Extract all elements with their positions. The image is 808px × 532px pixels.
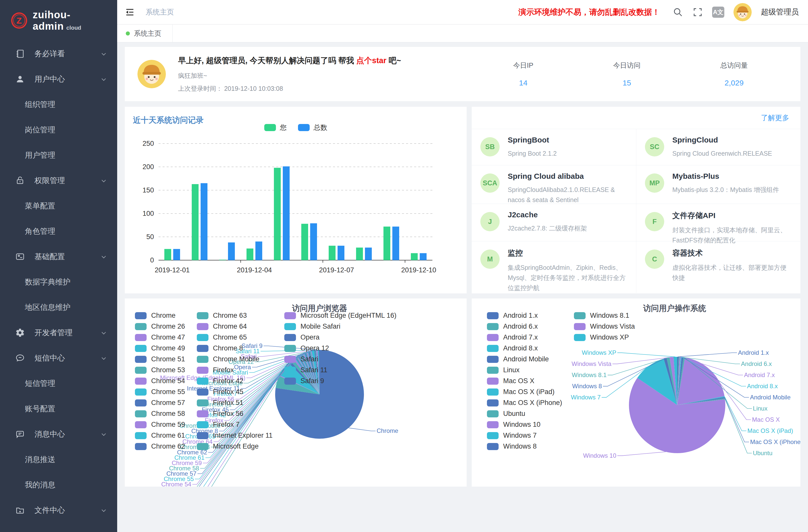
legend-item[interactable]: Chrome 62 [135, 441, 185, 452]
legend-item[interactable]: Windows 7 [487, 430, 562, 441]
legend-item[interactable]: Microsoft Edge [197, 441, 273, 452]
legend-item[interactable]: Ubuntu [487, 408, 562, 419]
legend-item[interactable]: 总数 [298, 123, 327, 132]
legend-item[interactable]: Chrome 53 [135, 365, 185, 375]
sidebar-item-label: 开发者管理 [35, 328, 100, 338]
legend-item[interactable]: Mac OS X (iPad) [487, 386, 562, 397]
sidebar-subitem[interactable]: 数据字典维护 [0, 269, 117, 295]
legend-item[interactable]: Chrome Mobile [197, 354, 273, 365]
legend-item[interactable]: Android 1.x [487, 310, 562, 321]
legend-item[interactable]: Windows Vista [574, 321, 635, 332]
legend-item[interactable]: Firefox 51 [197, 397, 273, 408]
svg-text:2019-12-10: 2019-12-10 [401, 266, 436, 274]
legend-item[interactable]: Opera 12 [284, 343, 397, 354]
legend-item[interactable]: Linux [487, 365, 562, 375]
star-link[interactable]: 点个star [356, 56, 386, 65]
current-user-name[interactable]: 超级管理员 [761, 7, 799, 17]
legend-item[interactable]: Windows 8 [487, 441, 562, 452]
sidebar-item[interactable]: 权限管理 [0, 168, 117, 193]
legend-swatch [135, 345, 147, 352]
legend-item[interactable]: Firefox 42 [197, 375, 273, 386]
legend-item[interactable]: Android 6.x [487, 321, 562, 332]
legend-item[interactable]: Chrome 57 [135, 397, 185, 408]
last-login-time: 上次登录时间： 2019-12-10 10:03:08 [178, 85, 401, 93]
sidebar-item[interactable]: 务必详看 [0, 41, 117, 67]
legend-item[interactable]: Chrome 63 [197, 310, 273, 321]
sidebar-subitem[interactable]: 菜单配置 [0, 193, 117, 219]
legend-swatch [284, 356, 296, 363]
legend-item[interactable]: Firefox 45 [197, 386, 273, 397]
legend-item[interactable]: Chrome 26 [135, 321, 185, 332]
svg-text:2019-12-01: 2019-12-01 [155, 266, 190, 274]
legend-item[interactable]: Chrome 8 [197, 343, 273, 354]
sidebar-item[interactable]: 消息中心 [0, 421, 117, 447]
legend-item[interactable]: Chrome 64 [197, 321, 273, 332]
legend-label: Firefox 51 [213, 399, 243, 407]
legend-item[interactable]: Firefox 7 [197, 419, 273, 430]
legend-item[interactable]: Chrome 49 [135, 343, 185, 354]
tech-card-desc: 虚拟化容器技术，让迁移、部署更加方便快捷 [672, 262, 792, 283]
sidebar-subitem[interactable]: 消息推送 [0, 447, 117, 472]
legend-item[interactable]: Windows 8.1 [574, 310, 635, 321]
legend-swatch [487, 345, 499, 352]
learn-more-link[interactable]: 了解更多 [761, 113, 789, 123]
tech-card-badge: MP [645, 173, 664, 193]
legend-item[interactable]: Android 8.x [487, 343, 562, 354]
sidebar-subitem[interactable]: 我的消息 [0, 472, 117, 497]
legend-item[interactable]: Windows XP [574, 332, 635, 343]
legend-item[interactable]: Chrome 47 [135, 332, 185, 343]
legend-item[interactable]: Chrome 58 [135, 408, 185, 419]
legend-label: Android 7.x [503, 333, 538, 341]
search-icon[interactable] [673, 7, 683, 18]
font-size-icon[interactable]: A文 [712, 6, 724, 18]
legend-item[interactable]: Internet Explorer 11 [197, 430, 273, 441]
sidebar-item[interactable]: 短信中心 [0, 345, 117, 371]
legend-item[interactable]: Chrome 61 [135, 430, 185, 441]
sidebar-subitem[interactable]: 账号配置 [0, 396, 117, 421]
legend-item[interactable]: Chrome 51 [135, 354, 185, 365]
collapse-sidebar-icon[interactable] [125, 7, 135, 17]
legend-item[interactable]: Android 7.x [487, 332, 562, 343]
legend-swatch [197, 312, 208, 319]
sidebar-subitem[interactable]: 角色管理 [0, 219, 117, 244]
legend-item[interactable]: Mac OS X [487, 375, 562, 386]
legend-item[interactable]: Safari [284, 354, 397, 365]
sidebar-subitem[interactable]: 组织管理 [0, 92, 117, 117]
legend-swatch [197, 356, 208, 363]
svg-text:Chrome 54: Chrome 54 [161, 481, 191, 487]
legend-item[interactable]: Android Mobile [487, 354, 562, 365]
legend-item[interactable]: Chrome 54 [135, 375, 185, 386]
sidebar-subitem[interactable]: 用户管理 [0, 143, 117, 168]
tech-card-title: SpringBoot [508, 136, 557, 144]
app-title: zuihou-admin [33, 9, 71, 32]
sidebar-item[interactable]: 文件中心 [0, 497, 117, 523]
sidebar-subitem[interactable]: 短信管理 [0, 371, 117, 396]
fullscreen-icon[interactable] [692, 7, 703, 18]
legend-swatch [197, 378, 208, 385]
legend-item[interactable]: Mobile Safari [284, 321, 397, 332]
legend-item[interactable]: Firefox 56 [197, 408, 273, 419]
user-icon [15, 74, 25, 84]
sidebar-item[interactable]: 基础配置 [0, 244, 117, 269]
greeting-avatar [137, 60, 166, 88]
sidebar-item[interactable]: 用户中心 [0, 67, 117, 92]
legend-label: Firefox 42 [213, 377, 243, 385]
sidebar-item[interactable]: 开发者管理 [0, 320, 117, 345]
legend-item[interactable]: Windows 10 [487, 419, 562, 430]
avatar[interactable] [733, 3, 752, 21]
legend-item[interactable]: Firefox [197, 365, 273, 375]
legend-item[interactable]: Mac OS X (iPhone) [487, 397, 562, 408]
legend-item[interactable]: Opera [284, 332, 397, 343]
sidebar-subitem[interactable]: 地区信息维护 [0, 295, 117, 320]
legend-item[interactable]: 您 [264, 123, 287, 132]
legend-item[interactable]: Safari 9 [284, 375, 397, 386]
legend-item[interactable]: Chrome 59 [135, 419, 185, 430]
legend-item[interactable]: Chrome 55 [135, 386, 185, 397]
sidebar-subitem[interactable]: 岗位管理 [0, 117, 117, 143]
tab-system-home[interactable]: 系统主页 [117, 24, 173, 42]
legend-item[interactable]: Chrome 65 [197, 332, 273, 343]
tech-card-desc: Spring Boot 2.1.2 [508, 148, 557, 159]
legend-item[interactable]: Safari 11 [284, 365, 397, 375]
legend-item[interactable]: Chrome [135, 310, 185, 321]
greeting-card: 早上好, 超级管理员, 今天帮别人解决问题了吗 帮我 点个star 吧~ 疯狂加… [125, 47, 801, 101]
